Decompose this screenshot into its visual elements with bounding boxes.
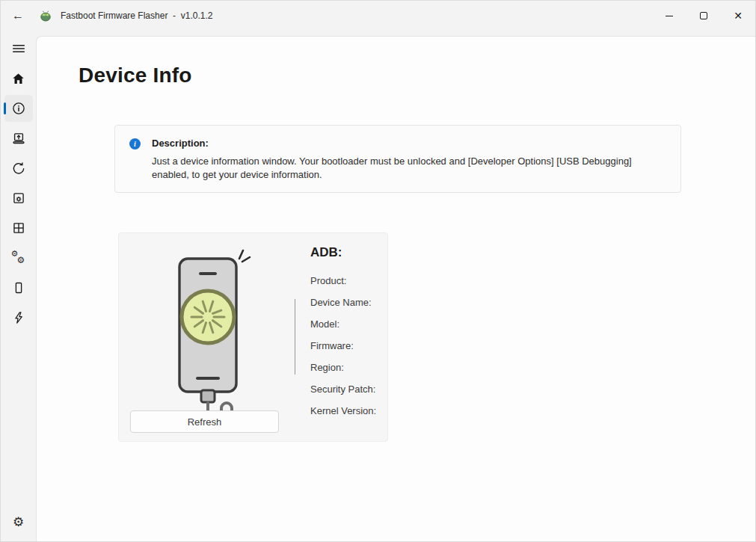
partitions-grid-icon (12, 221, 25, 235)
maximize-icon (700, 12, 707, 19)
device-info-icon (12, 102, 25, 115)
fastboot-bolt-icon (12, 311, 25, 324)
titlebar: ← Fastboot Firmware Flasher - v1.0.1.2 ✕ (1, 1, 755, 31)
settings-gear-icon: ⚙ (13, 516, 24, 529)
sidebar-item-package-tool[interactable] (4, 185, 33, 212)
sidebar-item-tools[interactable]: ⚙ ⚙ (4, 244, 33, 271)
page-title: Device Info (79, 64, 192, 87)
restore-icon (12, 161, 25, 175)
content-panel: Device Info i Description: Just a device… (36, 36, 755, 541)
close-button[interactable]: ✕ (721, 1, 755, 31)
navigation-sidebar: ⚙ ⚙ ⚙ (1, 31, 36, 541)
home-icon (12, 73, 25, 85)
device-info-list: ADB: Product: Device Name: Model: Firmwa… (310, 245, 376, 422)
field-model: Model: (310, 313, 376, 335)
package-tool-icon (12, 191, 25, 205)
adb-section-label: ADB: (310, 245, 376, 260)
sidebar-item-restore[interactable] (4, 155, 33, 182)
field-kernel-version: Kernel Version: (310, 400, 376, 422)
sidebar-item-fastboot[interactable] (4, 304, 33, 331)
hamburger-menu-icon (12, 42, 25, 55)
description-card-title: Description: (152, 138, 209, 149)
field-region: Region: (310, 357, 376, 378)
field-product: Product: (310, 270, 376, 292)
phone-icon (12, 281, 25, 295)
sidebar-item-device-info[interactable] (4, 95, 33, 122)
back-arrow-icon: ← (12, 9, 24, 22)
hamburger-menu-button[interactable] (4, 35, 33, 62)
close-icon: ✕ (734, 10, 743, 22)
minimize-icon (666, 16, 673, 16)
maximize-button[interactable] (686, 1, 721, 31)
back-button[interactable]: ← (4, 4, 32, 28)
field-security-patch: Security Patch: (310, 378, 376, 400)
field-firmware: Firmware: (310, 335, 376, 357)
minimize-button[interactable] (652, 1, 686, 31)
field-device-name: Device Name: (310, 292, 376, 313)
flash-firmware-icon (12, 132, 25, 145)
tools-gears-icon: ⚙ ⚙ (11, 250, 26, 265)
window-title: Fastboot Firmware Flasher - v1.0.1.2 (61, 10, 212, 21)
description-card: i Description: Just a device information… (114, 125, 681, 193)
refresh-button[interactable]: Refresh (130, 410, 279, 433)
app-window: ← Fastboot Firmware Flasher - v1.0.1.2 ✕ (0, 0, 756, 542)
description-card-body: Just a device information window. Your b… (152, 155, 671, 182)
sidebar-item-phone[interactable] (4, 274, 33, 301)
info-icon: i (129, 138, 141, 150)
spark-marks-icon (239, 250, 250, 262)
sidebar-item-partitions[interactable] (4, 215, 33, 241)
sidebar-item-home[interactable] (4, 65, 33, 92)
sidebar-item-settings[interactable]: ⚙ (4, 508, 33, 535)
info-list-scrollbar[interactable] (295, 299, 295, 375)
app-logo-icon (40, 10, 52, 22)
sidebar-item-flash-firmware[interactable] (4, 125, 33, 152)
phone-illustration (145, 239, 265, 432)
device-info-card: Refresh ADB: Product: Device Name: Model… (118, 232, 388, 442)
